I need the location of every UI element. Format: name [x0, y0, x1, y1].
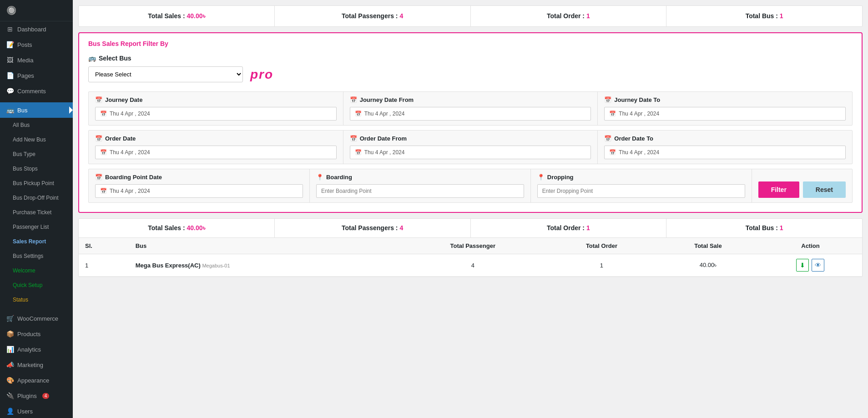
filter-button[interactable]: Filter	[758, 181, 799, 198]
stat-total-bus-label: Total Bus :	[746, 12, 780, 20]
boarding-point-date-input[interactable]: 📅	[95, 184, 303, 198]
sidebar-item-analytics[interactable]: 📊 Analytics	[0, 342, 73, 357]
sidebar-item-passenger-list[interactable]: Passenger List	[0, 220, 73, 234]
sidebar-item-label: Pages	[17, 72, 34, 79]
journey-date-from-cell: 📅 Journey Date From 📅	[343, 92, 598, 125]
calendar-icon-1: 📅	[95, 96, 102, 103]
boarding-point-date-field[interactable]	[110, 188, 298, 194]
marketing-label: Marketing	[17, 362, 43, 368]
sidebar-item-pages[interactable]: 📄 Pages	[0, 68, 73, 83]
results-stat-total-bus: Total Bus : 1	[666, 219, 862, 237]
sidebar-item-products[interactable]: 📦 Products	[0, 326, 73, 342]
sidebar-item-label: Media	[17, 57, 33, 64]
order-date-to-field[interactable]	[619, 149, 841, 156]
sidebar-item-bus-stops[interactable]: Bus Stops	[0, 161, 73, 176]
all-bus-label: All Bus	[13, 122, 30, 128]
view-action-button[interactable]: 👁	[812, 259, 824, 272]
sidebar-item-quick-setup[interactable]: Quick Setup	[0, 278, 73, 292]
sidebar-item-bus-dropoff-point[interactable]: Bus Drop-Off Point	[0, 191, 73, 205]
sidebar-item-purchase-ticket[interactable]: Purchase Ticket	[0, 205, 73, 220]
stat-total-sales-label: Total Sales :	[148, 12, 187, 20]
results-stat-total-bus-value: 1	[780, 224, 783, 232]
order-date-to-input[interactable]: 📅	[604, 146, 846, 159]
boarding-field[interactable]	[321, 188, 519, 194]
sidebar-item-appearance[interactable]: 🎨 Appearance	[0, 373, 73, 388]
sidebar-item-media[interactable]: 🖼 Media	[0, 52, 73, 68]
sidebar-item-bus-settings[interactable]: Bus Settings	[0, 249, 73, 263]
sidebar-item-marketing[interactable]: 📣 Marketing	[0, 357, 73, 373]
sidebar-item-bus-type[interactable]: Bus Type	[0, 147, 73, 161]
analytics-icon: 📊	[6, 346, 14, 353]
sidebar-item-welcome[interactable]: Welcome	[0, 263, 73, 278]
sidebar-item-bus[interactable]: 🚌 Bus	[0, 102, 73, 118]
journey-date-to-field[interactable]	[619, 111, 841, 117]
bus-select-dropdown[interactable]: Please Select	[88, 66, 243, 82]
sidebar-item-bus-pickup-point[interactable]: Bus Pickup Point	[0, 176, 73, 191]
stat-total-passengers: Total Passengers : 4	[275, 6, 471, 26]
order-date-input[interactable]: 📅	[95, 146, 337, 159]
sidebar-item-all-bus[interactable]: All Bus	[0, 118, 73, 132]
journey-date-field[interactable]	[110, 111, 332, 117]
products-icon: 📦	[6, 330, 14, 337]
order-date-from-field[interactable]	[364, 149, 586, 156]
journey-date-from-field[interactable]	[364, 111, 586, 117]
sidebar-item-sales-report[interactable]: Sales Report	[0, 234, 73, 249]
sidebar-item-status[interactable]: Status	[0, 292, 73, 307]
sidebar-item-woocommerce[interactable]: 🛒 WooCommerce	[0, 311, 73, 326]
sidebar-item-dashboard[interactable]: ⊞ Dashboard	[0, 21, 73, 37]
select-bus-label: 🚌 Select Bus	[88, 55, 853, 62]
bus-dropoff-point-label: Bus Drop-Off Point	[13, 195, 59, 201]
sidebar-item-comments[interactable]: 💬 Comments	[0, 83, 73, 99]
posts-icon: 📝	[6, 41, 14, 48]
reset-button[interactable]: Reset	[803, 181, 846, 198]
quick-setup-label: Quick Setup	[13, 282, 42, 288]
journey-date-input[interactable]: 📅	[95, 107, 337, 121]
appearance-icon: 🎨	[6, 377, 14, 384]
sidebar-item-label: Bus	[17, 107, 27, 114]
appearance-label: Appearance	[17, 377, 49, 384]
order-date-label: 📅 Order Date	[95, 135, 337, 142]
stat-total-bus: Total Bus : 1	[666, 6, 862, 26]
th-total-passenger: Total Passenger	[400, 238, 546, 254]
boarding-point-date-label: 📅 Boarding Point Date	[95, 174, 303, 181]
boarding-cell: 📍 Boarding	[310, 169, 531, 202]
journey-date-from-input[interactable]: 📅	[350, 107, 591, 121]
calendar-icon-2: 📅	[350, 96, 357, 103]
stat-total-sales-value: 40.00৳	[187, 12, 205, 20]
order-date-cell: 📅 Order Date 📅	[89, 131, 343, 164]
sidebar-item-users[interactable]: 👤 Users	[0, 403, 73, 418]
journey-date-to-input[interactable]: 📅	[604, 107, 846, 121]
dashboard-icon: ⊞	[6, 25, 14, 33]
bus-icon-label: 🚌	[88, 55, 96, 62]
cell-total-order: 1	[546, 254, 657, 277]
dropping-input[interactable]	[537, 184, 745, 198]
order-date-to-label: 📅 Order Date To	[604, 135, 846, 142]
boarding-input[interactable]	[316, 184, 524, 198]
journey-date-to-cell: 📅 Journey Date To 📅	[598, 92, 852, 125]
select-bus-text: Select Bus	[99, 55, 131, 62]
order-date-field[interactable]	[110, 149, 332, 156]
dropping-field[interactable]	[542, 188, 740, 194]
bus-pickup-point-label: Bus Pickup Point	[13, 180, 54, 186]
results-stat-total-passengers-value: 4	[399, 224, 403, 232]
sales-report-label: Sales Report	[13, 238, 46, 245]
products-label: Products	[17, 331, 40, 337]
boarding-pin-icon: 📍	[316, 174, 323, 181]
comments-icon: 💬	[6, 87, 14, 95]
download-action-button[interactable]: ⬇	[796, 259, 809, 272]
calendar-icon-6: 📅	[604, 135, 611, 142]
results-stat-total-order-label: Total Order :	[547, 224, 586, 232]
stat-total-sales: Total Sales : 40.00৳	[79, 6, 275, 26]
stat-total-order-label: Total Order :	[547, 12, 586, 20]
stat-total-passengers-value: 4	[399, 12, 403, 20]
calendar-icon-input-4: 📅	[100, 149, 107, 156]
media-icon: 🖼	[6, 56, 14, 64]
results-stat-total-sales-value: 40.00৳	[187, 224, 205, 232]
sidebar-item-posts[interactable]: 📝 Posts	[0, 37, 73, 52]
boarding-label: 📍 Boarding	[316, 174, 524, 181]
filter-container: Bus Sales Report Filter By 🚌 Select Bus …	[78, 32, 863, 213]
sidebar-item-label: Posts	[17, 41, 32, 48]
order-date-from-input[interactable]: 📅	[350, 146, 591, 159]
sidebar-item-plugins[interactable]: 🔌 Plugins 4	[0, 388, 73, 403]
sidebar-item-add-new-bus[interactable]: Add New Bus	[0, 132, 73, 147]
